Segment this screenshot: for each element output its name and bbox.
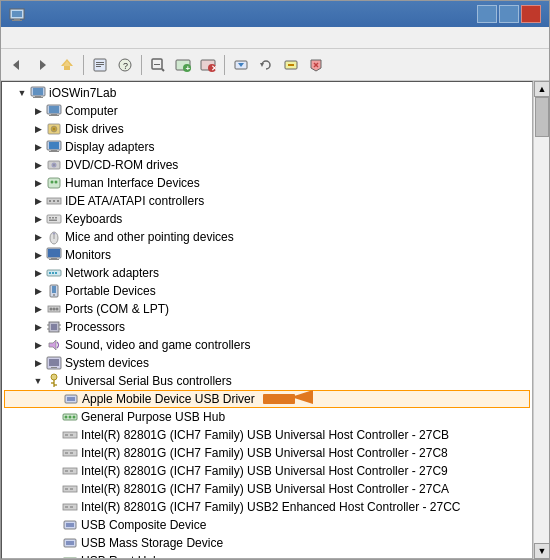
svg-point-102 — [73, 416, 76, 419]
toolbar: ? + ✕ — [1, 49, 549, 81]
tree-item-system[interactable]: ▶ System devices — [4, 354, 530, 372]
scroll-up-button[interactable]: ▲ — [534, 81, 549, 97]
menu-view[interactable] — [37, 29, 53, 47]
tree-item-apple-usb[interactable]: Apple Mobile Device USB Driver — [4, 390, 530, 408]
update-driver-button[interactable] — [229, 53, 253, 77]
tree-item-intel5[interactable]: Intel(R) 82801G (ICH7 Family) USB2 Enhan… — [4, 498, 530, 516]
label-ide: IDE ATA/ATAPI controllers — [65, 194, 204, 208]
icon-display-adapters — [46, 139, 62, 155]
scan-button[interactable] — [146, 53, 170, 77]
tree-item-dvd[interactable]: ▶ DVD/CD-ROM drives — [4, 156, 530, 174]
menu-file[interactable] — [5, 29, 21, 47]
svg-rect-105 — [70, 434, 73, 436]
svg-rect-60 — [55, 217, 57, 219]
label-display-adapters: Display adapters — [65, 140, 154, 154]
tree-item-disk-drives[interactable]: ▶ Disk drives — [4, 120, 530, 138]
svg-rect-113 — [65, 488, 68, 490]
menu-help[interactable] — [53, 29, 69, 47]
svg-line-17 — [162, 69, 164, 71]
svg-marker-5 — [40, 60, 46, 70]
svg-rect-38 — [51, 114, 57, 115]
tree-item-sound[interactable]: ▶ Sound, video and game controllers — [4, 336, 530, 354]
tree-item-hid[interactable]: ▶ Human Interface Devices — [4, 174, 530, 192]
icon-ide — [46, 193, 62, 209]
icon-usb — [46, 373, 62, 389]
expand-network: ▶ — [30, 265, 46, 281]
label-usb-mass: USB Mass Storage Device — [81, 536, 223, 550]
svg-rect-119 — [66, 523, 74, 527]
svg-rect-122 — [63, 558, 77, 559]
label-computer: Computer — [65, 104, 118, 118]
icon-ports — [46, 301, 62, 317]
label-network: Network adapters — [65, 266, 159, 280]
tree-item-usb-mass[interactable]: USB Mass Storage Device — [4, 534, 530, 552]
expand-display-adapters: ▶ — [30, 139, 46, 155]
tree-item-intel3[interactable]: Intel(R) 82801G (ICH7 Family) USB Univer… — [4, 462, 530, 480]
up-button[interactable] — [55, 53, 79, 77]
rollback-button[interactable] — [254, 53, 278, 77]
svg-marker-26 — [260, 63, 264, 67]
icon-system — [46, 355, 62, 371]
svg-rect-12 — [96, 66, 101, 67]
svg-rect-111 — [70, 470, 73, 472]
scroll-down-button[interactable]: ▼ — [534, 543, 549, 559]
label-general-hub: General Purpose USB Hub — [81, 410, 225, 424]
tree-item-usb-root[interactable]: USB Root Hub — [4, 552, 530, 559]
scroll-thumb[interactable] — [535, 97, 549, 137]
tree-item-processors[interactable]: ▶ Processors — [4, 318, 530, 336]
uninstall-button[interactable] — [304, 53, 328, 77]
add-button[interactable]: + — [171, 53, 195, 77]
menu-action[interactable] — [21, 29, 37, 47]
properties-button[interactable] — [88, 53, 112, 77]
tree-item-portable[interactable]: ▶ Portable Devices — [4, 282, 530, 300]
help-button[interactable]: ? — [113, 53, 137, 77]
forward-button[interactable] — [30, 53, 54, 77]
minimize-button[interactable] — [477, 5, 497, 23]
maximize-button[interactable] — [499, 5, 519, 23]
icon-processors — [46, 319, 62, 335]
tree-item-intel1[interactable]: Intel(R) 82801G (ICH7 Family) USB Univer… — [4, 426, 530, 444]
icon-usb-root — [62, 553, 78, 559]
svg-text:+: + — [186, 64, 191, 73]
tree-item-network[interactable]: ▶ Network adapters — [4, 264, 530, 282]
back-button[interactable] — [5, 53, 29, 77]
svg-rect-33 — [33, 88, 43, 95]
svg-point-52 — [55, 181, 58, 184]
svg-rect-108 — [70, 452, 73, 454]
svg-marker-86 — [49, 340, 56, 350]
tree-item-computer[interactable]: ▶ Computer — [4, 102, 530, 120]
remove-button[interactable]: ✕ — [196, 53, 220, 77]
label-sound: Sound, video and game controllers — [65, 338, 250, 352]
tree-item-usb-composite[interactable]: USB Composite Device — [4, 516, 530, 534]
icon-usb-mass — [62, 535, 78, 551]
svg-rect-89 — [51, 367, 57, 368]
tree-item-ide[interactable]: ▶ IDE ATA/ATAPI controllers — [4, 192, 530, 210]
svg-rect-70 — [49, 272, 51, 274]
svg-point-78 — [53, 308, 56, 311]
tree-item-intel2[interactable]: Intel(R) 82801G (ICH7 Family) USB Univer… — [4, 444, 530, 462]
expand-keyboards: ▶ — [30, 211, 46, 227]
svg-rect-104 — [65, 434, 68, 436]
svg-rect-117 — [70, 506, 73, 508]
label-intel4: Intel(R) 82801G (ICH7 Family) USB Univer… — [81, 482, 449, 496]
tree-item-ports[interactable]: ▶ Ports (COM & LPT) — [4, 300, 530, 318]
tree-item-keyboards[interactable]: ▶ Keyboards — [4, 210, 530, 228]
tree-item-intel4[interactable]: Intel(R) 82801G (ICH7 Family) USB Univer… — [4, 480, 530, 498]
svg-rect-116 — [65, 506, 68, 508]
svg-rect-55 — [53, 200, 55, 202]
disable-button[interactable] — [279, 53, 303, 77]
tree-item-monitors[interactable]: ▶ Monitors — [4, 246, 530, 264]
tree-item-display-adapters[interactable]: ▶ Display adapters — [4, 138, 530, 156]
svg-rect-58 — [49, 217, 51, 219]
icon-apple-usb — [63, 391, 79, 407]
tree-item-mice[interactable]: ▶ Mice and other pointing devices — [4, 228, 530, 246]
close-button[interactable] — [521, 5, 541, 23]
label-usb: Universal Serial Bus controllers — [65, 374, 232, 388]
label-apple-usb: Apple Mobile Device USB Driver — [82, 392, 255, 406]
vertical-scrollbar[interactable]: ▲ ▼ — [533, 81, 549, 559]
tree-root[interactable]: ▼ iOSWin7Lab — [4, 84, 530, 102]
scroll-track[interactable] — [534, 97, 549, 543]
label-intel1: Intel(R) 82801G (ICH7 Family) USB Univer… — [81, 428, 449, 442]
title-bar — [1, 1, 549, 27]
device-tree[interactable]: ▼ iOSWin7Lab ▶ Computer ▶ Disk drives ▶ … — [1, 81, 533, 559]
